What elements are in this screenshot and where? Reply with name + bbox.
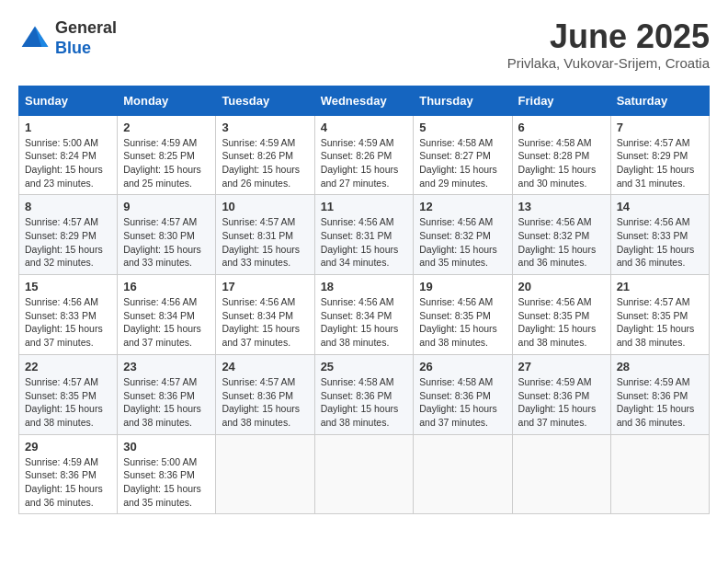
day-number: 26 [419, 360, 506, 373]
calendar-day-cell: 22 Sunrise: 4:57 AMSunset: 8:35 PMDaylig… [19, 354, 118, 434]
calendar-day-cell: 15 Sunrise: 4:56 AMSunset: 8:33 PMDaylig… [19, 275, 118, 355]
day-info: Sunrise: 4:59 AMSunset: 8:25 PMDaylight:… [123, 136, 210, 190]
day-info: Sunrise: 4:58 AMSunset: 8:27 PMDaylight:… [419, 136, 506, 190]
calendar-day-cell: 13 Sunrise: 4:56 AMSunset: 8:32 PMDaylig… [512, 195, 610, 275]
day-info: Sunrise: 4:59 AMSunset: 8:36 PMDaylight:… [25, 455, 111, 510]
day-info: Sunrise: 4:56 AMSunset: 8:31 PMDaylight:… [321, 215, 408, 270]
day-info: Sunrise: 4:56 AMSunset: 8:35 PMDaylight:… [419, 295, 506, 350]
calendar-day-cell: 30 Sunrise: 5:00 AMSunset: 8:36 PMDaylig… [118, 434, 216, 514]
calendar-day-cell: 1 Sunrise: 5:00 AMSunset: 8:24 PMDayligh… [19, 115, 118, 195]
day-number: 19 [419, 280, 506, 293]
calendar-day-cell: 10 Sunrise: 4:57 AMSunset: 8:31 PMDaylig… [216, 195, 314, 275]
day-number: 18 [321, 280, 408, 293]
column-header-sunday: Sunday [19, 86, 118, 115]
day-info: Sunrise: 5:00 AMSunset: 8:24 PMDaylight:… [25, 136, 111, 190]
day-info: Sunrise: 4:57 AMSunset: 8:36 PMDaylight:… [123, 375, 210, 430]
day-info: Sunrise: 4:59 AMSunset: 8:26 PMDaylight:… [222, 136, 308, 190]
calendar-week-row: 1 Sunrise: 5:00 AMSunset: 8:24 PMDayligh… [19, 115, 710, 195]
column-header-friday: Friday [512, 86, 610, 115]
logo-icon [18, 22, 51, 55]
day-info: Sunrise: 4:57 AMSunset: 8:35 PMDaylight:… [617, 295, 703, 350]
page-header: General Blue June 2025 Privlaka, Vukovar… [18, 18, 710, 71]
empty-cell [216, 434, 314, 514]
calendar-day-cell: 4 Sunrise: 4:59 AMSunset: 8:26 PMDayligh… [314, 115, 414, 195]
calendar-day-cell: 6 Sunrise: 4:58 AMSunset: 8:28 PMDayligh… [512, 115, 610, 195]
day-number: 3 [222, 121, 308, 134]
day-number: 6 [518, 121, 605, 134]
day-info: Sunrise: 4:58 AMSunset: 8:28 PMDaylight:… [518, 136, 605, 190]
day-info: Sunrise: 4:59 AMSunset: 8:36 PMDaylight:… [617, 375, 703, 430]
calendar-week-row: 8 Sunrise: 4:57 AMSunset: 8:29 PMDayligh… [19, 195, 710, 275]
calendar-day-cell: 21 Sunrise: 4:57 AMSunset: 8:35 PMDaylig… [610, 275, 709, 355]
calendar-day-cell: 20 Sunrise: 4:56 AMSunset: 8:35 PMDaylig… [512, 275, 610, 355]
calendar-day-cell: 11 Sunrise: 4:56 AMSunset: 8:31 PMDaylig… [314, 195, 414, 275]
column-header-thursday: Thursday [414, 86, 512, 115]
calendar-day-cell: 14 Sunrise: 4:56 AMSunset: 8:33 PMDaylig… [610, 195, 709, 275]
day-info: Sunrise: 4:58 AMSunset: 8:36 PMDaylight:… [321, 375, 408, 430]
day-info: Sunrise: 4:59 AMSunset: 8:36 PMDaylight:… [518, 375, 605, 430]
day-info: Sunrise: 4:56 AMSunset: 8:34 PMDaylight:… [321, 295, 408, 350]
day-info: Sunrise: 4:56 AMSunset: 8:35 PMDaylight:… [518, 295, 605, 350]
day-number: 20 [518, 280, 605, 293]
column-header-tuesday: Tuesday [216, 86, 314, 115]
day-info: Sunrise: 4:56 AMSunset: 8:34 PMDaylight:… [222, 295, 308, 350]
day-info: Sunrise: 4:57 AMSunset: 8:29 PMDaylight:… [617, 136, 703, 190]
day-number: 14 [617, 200, 703, 213]
day-info: Sunrise: 4:59 AMSunset: 8:26 PMDaylight:… [321, 136, 408, 190]
day-number: 23 [123, 360, 210, 373]
day-number: 1 [25, 121, 111, 134]
calendar-day-cell: 18 Sunrise: 4:56 AMSunset: 8:34 PMDaylig… [314, 275, 414, 355]
day-number: 16 [123, 280, 210, 293]
title-block: June 2025 Privlaka, Vukovar-Srijem, Croa… [507, 18, 710, 71]
calendar-day-cell: 25 Sunrise: 4:58 AMSunset: 8:36 PMDaylig… [314, 354, 414, 434]
empty-cell [414, 434, 512, 514]
calendar-day-cell: 23 Sunrise: 4:57 AMSunset: 8:36 PMDaylig… [118, 354, 216, 434]
day-info: Sunrise: 5:00 AMSunset: 8:36 PMDaylight:… [123, 455, 210, 510]
day-number: 27 [518, 360, 605, 373]
day-info: Sunrise: 4:57 AMSunset: 8:31 PMDaylight:… [222, 215, 308, 270]
calendar-week-row: 15 Sunrise: 4:56 AMSunset: 8:33 PMDaylig… [19, 275, 710, 355]
calendar-day-cell: 19 Sunrise: 4:56 AMSunset: 8:35 PMDaylig… [414, 275, 512, 355]
empty-cell [512, 434, 610, 514]
calendar-week-row: 22 Sunrise: 4:57 AMSunset: 8:35 PMDaylig… [19, 354, 710, 434]
calendar-day-cell: 9 Sunrise: 4:57 AMSunset: 8:30 PMDayligh… [118, 195, 216, 275]
day-number: 15 [25, 280, 111, 293]
day-number: 30 [123, 440, 210, 454]
calendar-day-cell: 16 Sunrise: 4:56 AMSunset: 8:34 PMDaylig… [118, 275, 216, 355]
day-number: 9 [123, 200, 210, 213]
day-number: 22 [25, 360, 111, 373]
calendar-week-row: 29 Sunrise: 4:59 AMSunset: 8:36 PMDaylig… [19, 434, 710, 514]
column-header-monday: Monday [118, 86, 216, 115]
calendar-day-cell: 3 Sunrise: 4:59 AMSunset: 8:26 PMDayligh… [216, 115, 314, 195]
calendar-day-cell: 5 Sunrise: 4:58 AMSunset: 8:27 PMDayligh… [414, 115, 512, 195]
calendar-header-row: SundayMondayTuesdayWednesdayThursdayFrid… [19, 86, 710, 115]
day-info: Sunrise: 4:57 AMSunset: 8:35 PMDaylight:… [25, 375, 111, 430]
day-info: Sunrise: 4:56 AMSunset: 8:32 PMDaylight:… [419, 215, 506, 270]
calendar-day-cell: 12 Sunrise: 4:56 AMSunset: 8:32 PMDaylig… [414, 195, 512, 275]
day-info: Sunrise: 4:58 AMSunset: 8:36 PMDaylight:… [419, 375, 506, 430]
day-info: Sunrise: 4:56 AMSunset: 8:32 PMDaylight:… [518, 215, 605, 270]
day-info: Sunrise: 4:56 AMSunset: 8:34 PMDaylight:… [123, 295, 210, 350]
column-header-saturday: Saturday [610, 86, 709, 115]
calendar-day-cell: 2 Sunrise: 4:59 AMSunset: 8:25 PMDayligh… [118, 115, 216, 195]
day-number: 4 [321, 121, 408, 134]
day-info: Sunrise: 4:56 AMSunset: 8:33 PMDaylight:… [25, 295, 111, 350]
day-number: 24 [222, 360, 308, 373]
calendar-day-cell: 24 Sunrise: 4:57 AMSunset: 8:36 PMDaylig… [216, 354, 314, 434]
day-number: 8 [25, 200, 111, 213]
calendar-day-cell: 7 Sunrise: 4:57 AMSunset: 8:29 PMDayligh… [610, 115, 709, 195]
day-number: 25 [321, 360, 408, 373]
day-number: 10 [222, 200, 308, 213]
empty-cell [610, 434, 709, 514]
calendar-day-cell: 29 Sunrise: 4:59 AMSunset: 8:36 PMDaylig… [19, 434, 118, 514]
month-title: June 2025 [507, 18, 710, 55]
day-number: 21 [617, 280, 703, 293]
column-header-wednesday: Wednesday [314, 86, 414, 115]
calendar-day-cell: 27 Sunrise: 4:59 AMSunset: 8:36 PMDaylig… [512, 354, 610, 434]
day-number: 7 [617, 121, 703, 134]
day-info: Sunrise: 4:57 AMSunset: 8:29 PMDaylight:… [25, 215, 111, 270]
day-number: 13 [518, 200, 605, 213]
logo-text: General Blue [55, 18, 117, 58]
day-number: 28 [617, 360, 703, 373]
logo: General Blue [18, 18, 117, 58]
